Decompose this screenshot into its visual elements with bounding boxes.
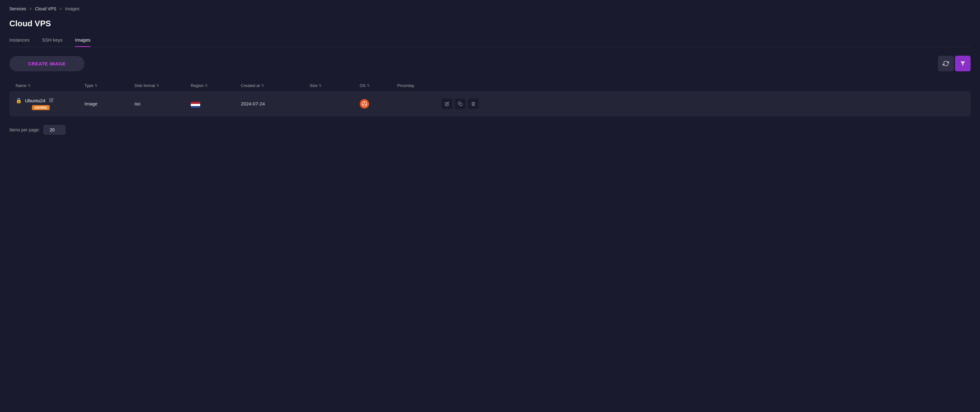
row-edit-button[interactable] [442, 99, 452, 109]
tab-images[interactable]: Images [75, 37, 91, 47]
row-copy-button[interactable] [455, 99, 465, 109]
col-header-disk-format[interactable]: Disk format ⇅ [135, 83, 191, 88]
sort-icon-region: ⇅ [205, 84, 208, 87]
row-disk-format: iso [135, 101, 191, 107]
row-type: Image [84, 101, 135, 107]
row-region [191, 99, 241, 108]
sort-icon-type: ⇅ [94, 84, 97, 87]
sort-icon-created: ⇅ [261, 84, 264, 87]
row-actions [441, 99, 479, 109]
row-name-cell: 🔒 Ubuntu24 SAVING [16, 97, 84, 110]
lock-icon: 🔒 [16, 98, 22, 103]
breadcrumb-sep-1: > [29, 6, 33, 11]
col-header-size[interactable]: Size ⇅ [310, 83, 360, 88]
toolbar: CREATE IMAGE [10, 56, 970, 71]
sort-icon-size: ⇅ [319, 84, 321, 87]
refresh-button[interactable] [938, 56, 954, 71]
row-os [360, 99, 397, 108]
pagination-row: Items per page: [10, 125, 970, 135]
col-header-type[interactable]: Type ⇅ [84, 83, 135, 88]
flag-stripe-blue [191, 106, 200, 108]
table: Name ⇅ Type ⇅ Disk format ⇅ Region ⇅ Cre… [10, 80, 970, 116]
sort-icon-name: ⇅ [28, 84, 31, 87]
breadcrumb: Services > Cloud VPS > Images [10, 6, 970, 11]
tab-ssh-keys[interactable]: SSH keys [42, 37, 62, 47]
flag-stripe-red [191, 102, 200, 104]
table-header: Name ⇅ Type ⇅ Disk format ⇅ Region ⇅ Cre… [10, 80, 970, 91]
flag-netherlands [191, 102, 200, 108]
breadcrumb-cloudvps[interactable]: Cloud VPS [35, 6, 56, 11]
per-page-label: Items per page: [10, 127, 40, 132]
col-header-region[interactable]: Region ⇅ [191, 83, 241, 88]
table-row: 🔒 Ubuntu24 SAVING Image iso [10, 91, 970, 116]
row-created-at: 2024-07-24 [241, 101, 310, 107]
sort-icon-os: ⇅ [367, 84, 370, 87]
page-title: Cloud VPS [10, 19, 970, 29]
col-header-created-at[interactable]: Created at ⇅ [241, 83, 310, 88]
svg-point-2 [362, 104, 363, 105]
filter-button[interactable] [955, 56, 970, 71]
row-name-text: Ubuntu24 [25, 98, 45, 103]
tab-instances[interactable]: Instances [10, 37, 29, 47]
flag-stripe-white [191, 104, 200, 106]
col-header-os[interactable]: OS ⇅ [360, 83, 397, 88]
breadcrumb-sep-2: > [59, 6, 63, 11]
ubuntu-os-icon [360, 99, 369, 108]
col-header-price: Price/day [397, 83, 441, 88]
col-header-name[interactable]: Name ⇅ [16, 83, 84, 88]
refresh-icon [943, 60, 949, 67]
sort-icon-disk: ⇅ [156, 84, 159, 87]
create-image-button[interactable]: CREATE IMAGE [10, 56, 84, 71]
edit-icon [445, 102, 449, 106]
breadcrumb-images: Images [65, 6, 80, 11]
tabs-container: Instances SSH keys Images [10, 37, 970, 47]
inline-edit-button[interactable] [48, 97, 54, 104]
svg-point-3 [366, 104, 367, 105]
row-delete-button[interactable] [468, 99, 479, 109]
saving-badge: SAVING [32, 105, 50, 110]
ubuntu-logo [361, 101, 367, 107]
pencil-icon [49, 98, 54, 102]
svg-rect-4 [460, 103, 462, 106]
svg-point-1 [364, 102, 365, 103]
breadcrumb-services[interactable]: Services [10, 6, 26, 11]
copy-icon [458, 102, 462, 106]
filter-icon [960, 60, 966, 67]
per-page-input[interactable] [43, 125, 65, 135]
col-header-actions [441, 83, 479, 88]
trash-icon [471, 102, 476, 106]
icon-buttons-group [938, 56, 970, 71]
